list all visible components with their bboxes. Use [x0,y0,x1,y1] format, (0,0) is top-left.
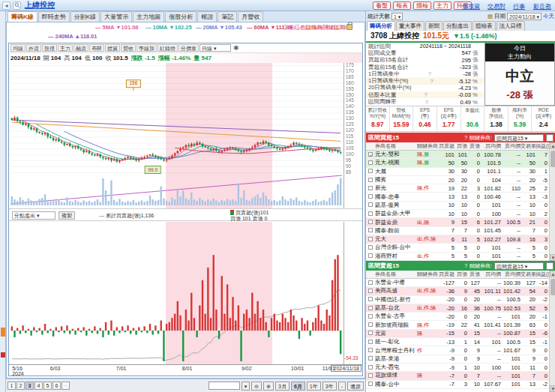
chart-toolbar-button-1[interactable]: 外資 [26,44,41,52]
col-header-6[interactable]: 賣均價 [501,271,520,278]
tab-8[interactable]: 月營收 [238,11,263,22]
broker-pane-select[interactable]: 分點進出 ▾ [12,211,56,220]
row-checkbox[interactable] [366,296,375,303]
sell-grid-icon[interactable] [546,262,554,270]
range-button-2[interactable]: 1年 [307,382,321,391]
help-icon[interactable]: ? [428,71,431,76]
row-checkbox[interactable] [366,373,375,379]
col-header-8[interactable]: 損益(萬) [536,271,549,278]
scroll-thumb[interactable] [550,279,555,295]
table-row[interactable]: 群益金鼎出,隔9156101.27100.5210 [366,218,555,226]
table-row[interactable]: 國泰-忠孝13130100.46--13-3 [366,193,555,201]
chart-toolbar-button-4[interactable]: 融資 [74,44,88,52]
table-row[interactable]: 國泰-館前770101.45--70 [366,227,555,235]
page-button-3[interactable]: 3 [26,382,34,390]
topbar-button-0[interactable]: 看盤 [373,1,391,10]
row-checkbox[interactable] [366,355,375,362]
table-row[interactable]: 新加坡商瑞銀隔,作-192241101.41101.39630 [366,321,555,329]
table-row[interactable]: ✓元大-雙和隔,勝1011010100.78--1017 [366,151,555,159]
chart-toolbar-button-7[interactable]: 營收 [121,44,136,52]
sell-filter-select[interactable]: 區間賣超15 ▾ [494,262,544,270]
table-row[interactable]: 花旗環球隔-707--10170 [366,372,555,380]
table-row[interactable]: 永豐金-古亭-20020--10120-1 [366,313,555,321]
analysis-tab-2[interactable]: 新聞 [425,21,442,31]
goto-dropdown-icon[interactable]: ▾ [242,382,250,391]
table-row[interactable]: 元大出,作,隔6115102.27109.8163 [366,235,555,244]
table-row[interactable]: 元大-桃園隔,勝50500101.5--500 [366,159,555,167]
row-checkbox[interactable] [366,193,375,200]
zoom-out-icon[interactable]: ⊖ [251,382,262,391]
help-icon[interactable]: ? [430,79,434,84]
table-row[interactable]: 凱基-東港-909--10190 [366,355,555,364]
tab-7[interactable]: 筆記 [218,11,237,22]
netbuy-bar-chart[interactable] [9,222,362,364]
row-checkbox[interactable] [366,160,375,166]
analysis-tab-1[interactable]: 重大事件 [396,21,424,31]
col-header-7[interactable]: 交易量 [520,142,536,150]
zoom-in-icon[interactable]: ⊕ [263,382,274,391]
back-icon[interactable]: ◂ [2,1,10,10]
scroll-up-icon[interactable]: ▲ [550,142,555,149]
col-header-4[interactable]: 賣張 [467,142,480,150]
row-checkbox[interactable] [366,253,375,259]
help-icon[interactable]: ? [424,92,428,97]
page-button-5[interactable]: 5 [44,382,52,390]
tab-6[interactable]: 權證 [197,11,217,22]
row-checkbox[interactable] [366,305,375,312]
scroll-up-icon[interactable]: ▲ [550,271,555,277]
row-checkbox[interactable] [366,202,375,208]
table-row[interactable]: 元大-西屯-9110100101110 [366,364,555,372]
row-checkbox[interactable] [366,244,375,251]
analysis-tab-5[interactable]: 法人目標 [496,21,525,31]
topbar-button-1[interactable]: 報表 [393,1,411,10]
copy-button[interactable]: 複製 [58,211,75,220]
page-button-4[interactable]: 4 [34,382,43,390]
table-row[interactable]: 凱基-台北出,作,隔-201636100.75102.53525 [366,304,555,313]
page-title[interactable]: 上緯投控 [25,0,55,10]
range-button-4[interactable]: - [338,382,346,391]
range-button-0[interactable]: 3月 [275,382,290,391]
row-checkbox[interactable] [366,227,375,234]
chart-toolbar-button-5[interactable]: 布林 [89,44,104,52]
row-checkbox[interactable] [366,381,375,388]
chart-toolbar-button-10[interactable]: 分價量 [178,44,199,52]
row-checkbox[interactable] [366,177,375,184]
page-button-6[interactable]: 6 [52,382,61,390]
table-row[interactable]: 國賓20200104--20-5 [366,176,555,184]
row-checkbox[interactable] [366,280,375,286]
table-row[interactable]: 凱基-復興10100101--100 [366,202,555,210]
analysis-tab-0[interactable]: 籌碼分析 [367,21,395,31]
col-header-1[interactable]: 關鍵券商 [417,142,438,150]
row-checkbox[interactable] [366,288,375,295]
table-row[interactable]: 新光隔,作19223101.82110252 [366,184,555,193]
tab-1[interactable]: 即時走勢 [38,11,70,22]
buy-table-scrollbar[interactable]: ▲▼ [549,142,555,261]
chart-toolbar-button-6[interactable]: 體質 [105,44,120,52]
buy-filter-select[interactable]: 區間買超15 ▾ [494,134,544,142]
table-row[interactable]: 中國信託-新竹-20020--100.520-2 [366,296,555,304]
col-header-0[interactable]: 券商名稱 [375,142,417,150]
range-button-3[interactable]: 3年 [322,382,337,391]
chart-toolbar-button-0[interactable]: 均線 [10,44,26,52]
col-header-1[interactable]: 關鍵券商 [417,271,438,278]
table-row[interactable]: 元富隔-15015--100.8715-6 [366,330,555,338]
row-checkbox[interactable] [366,168,375,175]
table-row[interactable]: 港商野村出,作550101--50 [366,253,555,261]
tab-0[interactable]: 籌碼K線 [8,11,38,22]
sell-qmark[interactable]: ? [464,263,467,268]
table-row[interactable]: 大展30300101.1--301 [366,168,555,176]
scroll-down-icon[interactable]: ▼ [550,254,555,261]
table-row[interactable]: 台灣企銀-台中550101--50 [366,244,555,252]
tab-3[interactable]: 大量警示 [100,11,132,22]
gear-icon[interactable]: ✱ [233,44,239,52]
x-axis-last-date[interactable]: 2024/11/18 [331,365,362,372]
row-checkbox[interactable] [366,330,375,337]
col-header-7[interactable]: 交易量 [520,271,536,278]
page-button-1[interactable]: 1 [8,382,16,390]
col-header-2[interactable]: 買賣超 [438,142,454,150]
tab-4[interactable]: 主力地圖 [133,11,164,22]
page-button-2[interactable]: 2 [16,382,25,390]
row-checkbox[interactable] [366,236,375,243]
scroll-thumb[interactable] [550,151,555,167]
price-volume-chart[interactable] [9,63,362,208]
